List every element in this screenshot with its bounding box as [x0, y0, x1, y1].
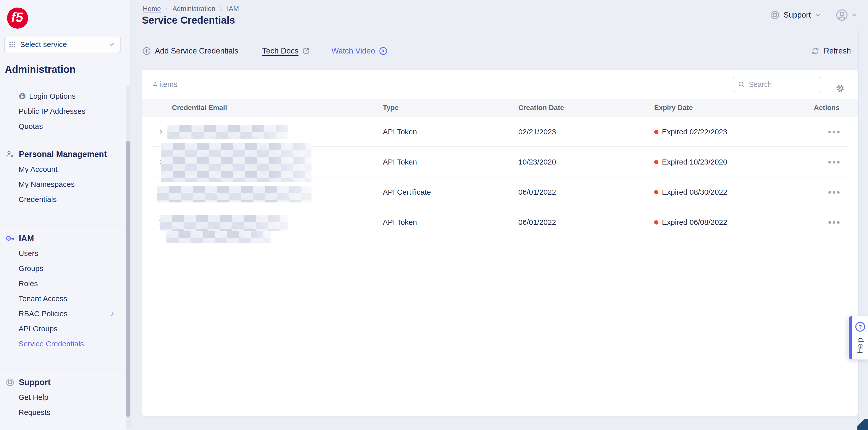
redacted-email	[167, 125, 288, 139]
column-header-credential-email[interactable]: Credential Email	[172, 104, 383, 112]
right-panel-divider	[859, 30, 859, 430]
sidebar-item-groups[interactable]: Groups	[0, 261, 130, 276]
sidebar-item-roles[interactable]: Roles	[0, 276, 130, 291]
tech-docs-link[interactable]: Tech Docs	[262, 47, 310, 56]
row-expand-chevron-icon[interactable]	[157, 128, 164, 135]
column-header-expiry-date[interactable]: Expiry Date	[654, 104, 808, 112]
sidebar-item-label: Login Options	[29, 92, 75, 101]
sidebar-scrollbar-thumb[interactable]	[126, 141, 130, 417]
expired-status-icon	[654, 190, 658, 194]
column-header-type[interactable]: Type	[383, 104, 518, 112]
support-menu-button[interactable]: Support	[770, 10, 821, 20]
sidebar-item-quotas[interactable]: Quotas	[0, 119, 130, 134]
sidebar-item-label: Groups	[19, 264, 43, 273]
sidebar-item-my-account[interactable]: My Account	[0, 162, 130, 177]
refresh-icon	[810, 46, 820, 56]
cell-creation-date: 06/01/2022	[518, 218, 654, 227]
section-header-support: Support	[0, 375, 130, 390]
breadcrumb-home-link[interactable]: Home	[143, 5, 161, 13]
expiry-label: Expired 02/22/2023	[662, 127, 727, 136]
table-row: API Token 10/23/2020 Expired 10/23/2020	[142, 147, 858, 177]
row-actions-menu-button[interactable]	[828, 131, 858, 133]
column-header-creation-date[interactable]: Creation Date	[518, 104, 654, 112]
cell-type: API Token	[383, 127, 518, 136]
person-gear-icon	[5, 150, 14, 159]
redacted-email	[160, 215, 288, 231]
life-ring-icon	[770, 10, 780, 20]
section-header-label: IAM	[19, 234, 34, 243]
row-actions-menu-button[interactable]	[828, 221, 858, 224]
sidebar-item-rbac-policies[interactable]: RBAC Policies	[0, 306, 130, 321]
f5-logo-text: f5	[11, 9, 23, 25]
add-service-credentials-button[interactable]: Add Service Credentials	[142, 46, 239, 56]
table-toolbar: 4 items	[142, 70, 858, 99]
select-service-label: Select service	[20, 40, 67, 49]
help-question-icon: ?	[855, 321, 866, 332]
redacted-email	[161, 143, 311, 182]
user-account-button[interactable]	[835, 8, 858, 22]
sidebar-item-public-ip-addresses[interactable]: Public IP Addresses	[0, 104, 130, 119]
redacted-email	[157, 186, 311, 202]
page-title: Service Credentials	[142, 15, 235, 26]
lock-circle-icon	[19, 92, 26, 100]
chevron-down-icon	[814, 11, 821, 19]
table-settings-gear-icon[interactable]	[835, 83, 845, 93]
section-header-personal-management: Personal Management	[0, 147, 130, 162]
breadcrumb-administration[interactable]: Administration	[173, 5, 215, 13]
sidebar-item-api-groups[interactable]: API Groups	[0, 321, 130, 336]
sidebar-item-label: Quotas	[19, 122, 43, 131]
watch-video-link[interactable]: Watch Video	[331, 46, 388, 56]
breadcrumb: Home Administration IAM	[143, 5, 239, 13]
chevron-right-icon	[218, 6, 224, 12]
sidebar-section-personal-management: Personal Management My Account My Namesp…	[0, 141, 130, 225]
sidebar-item-users[interactable]: Users	[0, 246, 130, 261]
section-header-iam: IAM	[0, 231, 130, 246]
cell-expiry-date: Expired 02/22/2023	[654, 127, 808, 136]
row-divider	[152, 207, 848, 207]
cell-creation-date: 02/21/2023	[518, 127, 654, 136]
cell-expiry-date: Expired 06/08/2022	[654, 218, 808, 227]
sidebar-item-label: Get Help	[19, 393, 48, 402]
sidebar-item-get-help[interactable]: Get Help	[0, 390, 130, 405]
sidebar-item-service-credentials[interactable]: Service Credentials	[0, 336, 130, 351]
sidebar-item-requests[interactable]: Requests	[0, 405, 130, 420]
sidebar-item-credentials[interactable]: Credentials	[0, 192, 130, 207]
cell-type: API Token	[383, 158, 518, 166]
sidebar-section-support: Support Get Help Requests	[0, 368, 130, 420]
help-tab[interactable]: ? Help	[848, 316, 868, 360]
sidebar-title: Administration	[5, 64, 75, 75]
sidebar-item-label: RBAC Policies	[19, 310, 67, 318]
cell-expiry-date: Expired 08/30/2022	[654, 188, 808, 196]
row-actions-menu-button[interactable]	[828, 161, 858, 164]
grid-icon	[8, 41, 16, 48]
sidebar: f5 Select service Administration	[0, 0, 130, 430]
help-tab-label: Help	[852, 335, 868, 356]
cell-creation-date: 06/01/2022	[518, 188, 654, 196]
chevron-right-icon	[109, 311, 116, 317]
add-service-credentials-label: Add Service Credentials	[155, 47, 239, 56]
row-actions-menu-button[interactable]	[828, 191, 858, 194]
expired-status-icon	[654, 220, 658, 225]
avatar-icon	[835, 8, 848, 22]
chevron-down-icon	[108, 41, 116, 48]
search-input[interactable]	[749, 80, 814, 89]
f5-logo: f5	[7, 7, 28, 29]
sidebar-item-label: Credentials	[19, 195, 57, 204]
sidebar-item-login-options[interactable]: Login Options	[0, 89, 130, 104]
redacted-email	[166, 231, 271, 243]
search-icon	[737, 80, 746, 89]
sidebar-item-my-namespaces[interactable]: My Namespaces	[0, 177, 130, 192]
cell-type: API Token	[383, 218, 518, 227]
items-count: 4 items	[153, 70, 178, 99]
sidebar-item-label: Users	[19, 249, 38, 258]
cell-expiry-date: Expired 10/23/2020	[654, 158, 808, 166]
tech-docs-label: Tech Docs	[262, 47, 299, 56]
sidebar-item-tenant-access[interactable]: Tenant Access	[0, 291, 130, 306]
select-service-dropdown[interactable]: Select service	[4, 37, 121, 52]
sidebar-menu: Login Options Public IP Addresses Quotas	[0, 85, 130, 420]
expiry-label: Expired 06/08/2022	[662, 218, 727, 227]
service-credentials-table-card: 4 items Credential Email Type	[142, 70, 858, 416]
chevron-down-icon	[851, 11, 858, 19]
breadcrumb-iam: IAM	[227, 5, 239, 13]
refresh-button[interactable]: Refresh	[810, 46, 851, 56]
